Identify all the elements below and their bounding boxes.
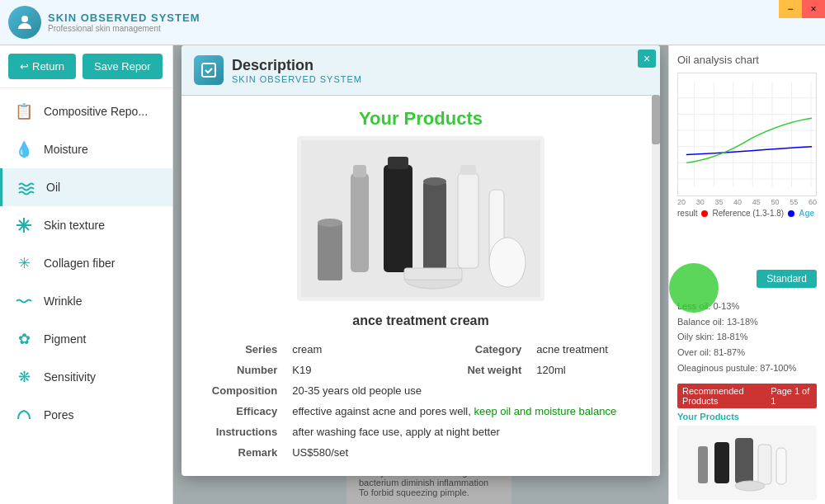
sidebar-label-pores: Pores [44,408,74,422]
pigment-icon: ✿ [12,327,35,351]
modal-close-button[interactable]: × [638,49,656,68]
app-logo: SKIN OBSERVED SYSTEM Professional skin m… [8,6,200,39]
app-title: SKIN OBSERVED SYSTEM [48,12,200,24]
wrinkle-icon [12,290,35,313]
app-subtitle: Professional skin management [48,24,200,33]
moisture-icon: 💧 [12,138,35,161]
number-value: K19 [285,360,434,379]
svg-rect-13 [423,181,446,272]
right-panel: Oil analysis chart [668,45,825,504]
detail-row-composition: Composition 20-35 years old people use [196,381,646,400]
return-icon: ↩ [20,60,29,73]
minimize-button[interactable]: − [779,0,802,18]
modal-scrollbar[interactable] [652,95,660,476]
sidebar-label-pigment: Pigment [44,332,86,346]
sidebar-item-wrinkle[interactable]: Wrinkle [0,282,172,320]
svg-rect-37 [735,438,753,483]
composition-label: Composition [196,381,284,400]
product-details-table: Series cream Category acne treatment Num… [194,338,648,464]
svg-point-20 [489,238,526,287]
oil-chart [677,73,817,196]
svg-rect-38 [758,445,771,484]
modal-scrollbar-thumb[interactable] [652,95,660,144]
sidebar-item-moisture[interactable]: 💧 Moisture [0,130,172,168]
reference-dot [788,210,794,217]
recommended-title: Recommended Products Page 1 of 1 [677,384,817,408]
return-label: Return [32,60,64,73]
skin-texture-icon [12,214,35,237]
efficacy-normal: effective against acne and pores well, [292,405,474,417]
main-layout: ↩ Return Save Repor 📋 Compositive Repo..… [0,45,825,504]
oily-skin-stat: Oily skin: 18-81% [677,329,817,345]
modal-body: Your Products [182,96,660,476]
category-label: Category [436,340,528,359]
svg-rect-19 [404,268,462,280]
sidebar-item-pigment[interactable]: ✿ Pigment [0,320,172,358]
oil-chart-title: Oil analysis chart [677,54,817,66]
modal-header-text: Description SKIN OBSERVED SYSTEM [232,57,362,84]
modal-subtitle: SKIN OBSERVED SYSTEM [232,74,362,84]
svg-point-14 [423,177,446,186]
chart-legend: result Reference (1.3-1.8) Age [677,209,817,218]
svg-rect-36 [714,442,729,483]
product-heading: Your Products [194,108,648,130]
app-title-area: SKIN OBSERVED SYSTEM Professional skin m… [48,12,200,33]
number-label: Number [196,360,284,379]
series-label: Series [196,340,284,359]
sidebar-label-moisture: Moisture [44,143,88,156]
net-weight-value: 120ml [530,360,646,379]
svg-rect-10 [353,165,366,177]
remark-label: Remark [196,443,284,462]
window-controls: − × [779,0,825,18]
legend-reference: Reference (1.3-1.8) [712,209,784,218]
sidebar-item-compositive[interactable]: 📋 Compositive Repo... [0,92,172,130]
product-thumbnail [677,426,817,500]
efficacy-green: keep oil and moisture balance [474,405,616,417]
svg-rect-39 [776,448,786,484]
efficacy-label: Efficacy [196,402,284,421]
sidebar-label-skin-texture: Skin texture [44,219,105,232]
remark-value: US$580/set [285,443,646,462]
svg-rect-5 [202,64,215,77]
balance-oil-stat: Balance oil: 13-18% [677,314,817,330]
sidebar-item-skin-texture[interactable]: Skin texture [0,206,172,244]
sidebar-item-collagen[interactable]: ✳ Collagen fiber [0,244,172,282]
content-area: Incomplete cleaning lead to pores swell.… [173,45,668,504]
svg-rect-7 [318,223,342,280]
pores-icon [12,403,35,426]
chart-axis: 20 30 35 40 45 50 55 60 [677,198,817,206]
detail-row-efficacy: Efficacy effective against acne and pore… [196,402,646,421]
close-window-button[interactable]: × [802,0,825,18]
over-oil-stat: Over oil: 81-87% [677,345,817,360]
your-products-label: Your Products [677,412,817,422]
svg-rect-16 [460,165,476,175]
product-name: ance treatment cream [194,313,648,328]
series-value: cream [285,340,434,359]
standard-button[interactable]: Standard [757,270,817,288]
description-modal: Description SKIN OBSERVED SYSTEM × Your … [182,45,660,476]
sensitivity-icon: ❋ [12,365,35,389]
sidebar: ↩ Return Save Repor 📋 Compositive Repo..… [0,45,173,504]
svg-rect-15 [458,173,478,268]
product-image-area: Your Products [194,108,648,301]
sidebar-label-sensitivity: Sensitivity [44,370,96,384]
page-info: Page 1 of 1 [771,386,812,406]
net-weight-label: Net weight [436,360,528,379]
sidebar-item-sensitivity[interactable]: ❋ Sensitivity [0,358,172,396]
instructions-label: Instructions [196,422,284,441]
sidebar-item-pores[interactable]: Pores [0,396,172,434]
legend-age: Age [799,209,814,218]
detail-row-number: Number K19 Net weight 120ml [196,360,646,379]
top-bar: SKIN OBSERVED SYSTEM Professional skin m… [0,0,825,45]
sidebar-item-oil[interactable]: Oil [0,168,172,206]
compositive-icon: 📋 [12,100,35,123]
svg-point-0 [21,16,28,22]
svg-rect-11 [384,165,412,272]
svg-rect-35 [698,446,708,483]
modal-header: Description SKIN OBSERVED SYSTEM × [182,45,660,96]
save-report-button[interactable]: Save Repor [82,54,163,79]
return-button[interactable]: ↩ Return [8,54,76,79]
sidebar-label-collagen: Collagen fiber [44,257,115,270]
composition-value: 20-35 years old people use [285,381,646,400]
modal-header-icon [194,55,224,85]
